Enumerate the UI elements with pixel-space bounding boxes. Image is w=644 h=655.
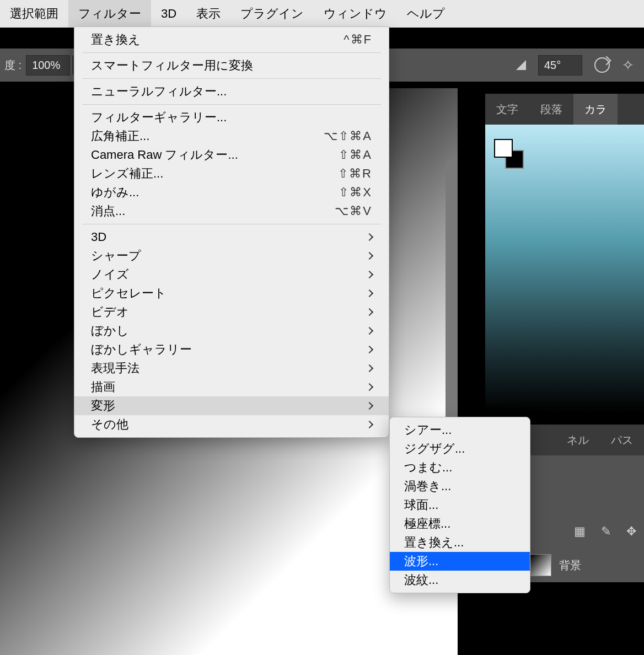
target-icon[interactable] <box>594 57 610 73</box>
checker-icon[interactable]: ▦ <box>574 524 586 539</box>
menu-filter-gallery[interactable]: フィルターギャラリー... <box>74 108 389 127</box>
chevron-right-icon <box>366 271 373 278</box>
submenu-item-spherize[interactable]: 球面... <box>390 496 530 514</box>
submenu-item-pinch[interactable]: つまむ... <box>390 458 530 477</box>
shortcut-label: ⇧⌘A <box>339 148 372 162</box>
layer-name: 背景 <box>559 558 581 573</box>
submenu-item-shear[interactable]: シアー... <box>390 421 530 439</box>
menu-wide-angle[interactable]: 広角補正...⌥⇧⌘A <box>74 127 389 146</box>
menu-3d[interactable]: 3D <box>151 0 186 28</box>
submenu-item-polar[interactable]: 極座標... <box>390 514 530 533</box>
tab-character[interactable]: 文字 <box>485 94 529 125</box>
layer-item[interactable]: 背景 <box>529 551 644 579</box>
submenu-video[interactable]: ビデオ <box>74 303 389 321</box>
distort-submenu: シアー... ジグザグ... つまむ... 渦巻き... 球面... 極座標..… <box>389 417 530 593</box>
degree-label: 度 : <box>4 58 22 73</box>
submenu-item-zigzag[interactable]: ジグザグ... <box>390 439 530 458</box>
chevron-right-icon <box>366 289 373 297</box>
menu-view[interactable]: 表示 <box>186 0 230 28</box>
chevron-right-icon <box>366 252 373 260</box>
chevron-right-icon <box>366 421 373 428</box>
menubar: 選択範囲 フィルター 3D 表示 プラグイン ウィンドウ ヘルプ <box>0 0 644 28</box>
menu-plugin[interactable]: プラグイン <box>230 0 314 28</box>
shortcut-label: ⌥⌘V <box>335 204 372 218</box>
tab-path[interactable]: パス <box>600 425 644 455</box>
angle-icon <box>516 60 526 70</box>
butterfly-icon[interactable]: ✧ <box>622 57 634 74</box>
chevron-right-icon <box>366 364 373 372</box>
submenu-blur-gallery[interactable]: ぼかしギャラリー <box>74 340 389 359</box>
brush-icon[interactable]: ✎ <box>601 524 611 539</box>
chevron-right-icon <box>366 402 373 410</box>
menu-liquify[interactable]: ゆがみ...⇧⌘X <box>74 183 389 202</box>
foreground-color-swatch[interactable] <box>494 139 513 158</box>
menu-lens[interactable]: レンズ補正...⇧⌘R <box>74 164 389 183</box>
menu-camera-raw[interactable]: Camera Raw フィルター...⇧⌘A <box>74 146 389 164</box>
submenu-item-wave[interactable]: 波形... <box>390 552 530 571</box>
shortcut-label: ⇧⌘R <box>338 167 372 181</box>
menu-neural-filter[interactable]: ニューラルフィルター... <box>74 82 389 101</box>
move-icon[interactable]: ✥ <box>626 524 636 539</box>
tab-channel[interactable]: ネル <box>556 425 600 455</box>
submenu-stylize[interactable]: 表現手法 <box>74 359 389 378</box>
menu-filter[interactable]: フィルター <box>68 0 151 28</box>
shortcut-label: ⌥⇧⌘A <box>324 129 372 143</box>
submenu-item-twirl[interactable]: 渦巻き... <box>390 477 530 496</box>
chevron-right-icon <box>366 383 373 391</box>
chevron-right-icon <box>366 233 373 241</box>
submenu-item-displace[interactable]: 置き換え... <box>390 533 530 552</box>
submenu-noise[interactable]: ノイズ <box>74 265 389 284</box>
submenu-pixelate[interactable]: ピクセレート <box>74 284 389 303</box>
menu-help[interactable]: ヘルプ <box>397 0 455 28</box>
separator <box>82 224 381 224</box>
shortcut-label: ^⌘F <box>344 33 372 47</box>
angle-input[interactable] <box>538 55 582 76</box>
separator <box>82 52 381 53</box>
submenu-render[interactable]: 描画 <box>74 378 389 396</box>
submenu-distort[interactable]: 変形 <box>74 396 389 415</box>
chevron-right-icon <box>366 346 373 353</box>
separator <box>82 104 381 105</box>
color-swatch[interactable] <box>494 139 524 169</box>
chevron-right-icon <box>366 308 373 316</box>
submenu-blur[interactable]: ぼかし <box>74 321 389 340</box>
menu-smart-filter[interactable]: スマートフィルター用に変換 <box>74 56 389 75</box>
panel-tabs: 文字 段落 カラ <box>485 94 644 125</box>
degree-input[interactable] <box>26 55 70 76</box>
layer-thumbnail <box>529 554 551 576</box>
menu-vanishing-point[interactable]: 消点...⌥⌘V <box>74 202 389 221</box>
tab-paragraph[interactable]: 段落 <box>529 94 573 125</box>
submenu-3d[interactable]: 3D <box>74 228 389 246</box>
menu-last-filter[interactable]: 置き換え ^⌘F <box>74 30 389 49</box>
menu-window[interactable]: ウィンドウ <box>314 0 397 28</box>
shortcut-label: ⇧⌘X <box>339 185 372 200</box>
filter-menu: 置き換え ^⌘F スマートフィルター用に変換 ニューラルフィルター... フィル… <box>74 26 389 438</box>
tab-color[interactable]: カラ <box>573 94 618 125</box>
menu-select[interactable]: 選択範囲 <box>0 0 68 28</box>
chevron-right-icon <box>366 327 373 335</box>
submenu-sharpen[interactable]: シャープ <box>74 246 389 265</box>
submenu-item-ripple[interactable]: 波紋... <box>390 571 530 589</box>
separator <box>82 78 381 79</box>
submenu-other[interactable]: その他 <box>74 415 389 434</box>
